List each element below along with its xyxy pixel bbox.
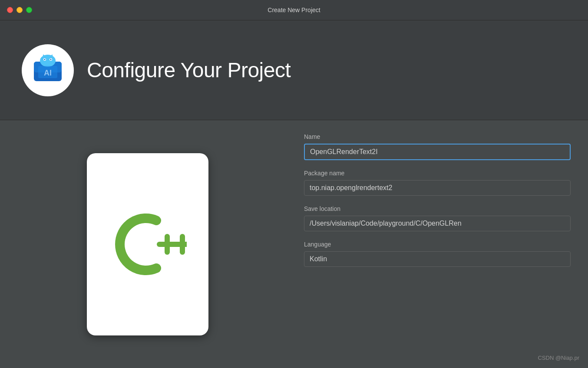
- close-button[interactable]: [7, 7, 13, 13]
- header-section: AI Configure Your Project: [0, 20, 588, 120]
- svg-point-2: [40, 55, 56, 67]
- package-label: Package name: [304, 170, 571, 177]
- cpp-icon: [109, 205, 187, 283]
- save-location-form-group: Save location: [304, 205, 571, 231]
- svg-rect-10: [38, 66, 57, 78]
- name-input[interactable]: [304, 144, 571, 160]
- watermark: CSDN @Niap.pr: [538, 355, 579, 361]
- title-bar: Create New Project: [0, 0, 588, 20]
- svg-point-5: [44, 59, 46, 60]
- left-panel: [0, 120, 295, 368]
- name-label: Name: [304, 133, 571, 140]
- name-form-group: Name: [304, 133, 571, 160]
- android-studio-logo: AI: [22, 44, 74, 96]
- maximize-button[interactable]: [26, 7, 32, 13]
- svg-point-6: [50, 59, 52, 60]
- package-form-group: Package name: [304, 170, 571, 196]
- language-input[interactable]: [304, 251, 571, 267]
- traffic-lights: [7, 7, 32, 13]
- logo-svg: AI: [30, 53, 65, 88]
- phone-preview: [87, 153, 208, 335]
- page-title: Configure Your Project: [87, 58, 291, 82]
- language-form-group: Language: [304, 241, 571, 267]
- cpp-logo: [109, 205, 187, 283]
- window-title: Create New Project: [268, 7, 320, 13]
- right-panel: Name Package name Save location Language: [295, 120, 588, 368]
- minimize-button[interactable]: [17, 7, 23, 13]
- main-content: Name Package name Save location Language: [0, 120, 588, 368]
- save-location-label: Save location: [304, 205, 571, 212]
- save-location-input[interactable]: [304, 216, 571, 231]
- language-label: Language: [304, 241, 571, 248]
- package-input[interactable]: [304, 180, 571, 196]
